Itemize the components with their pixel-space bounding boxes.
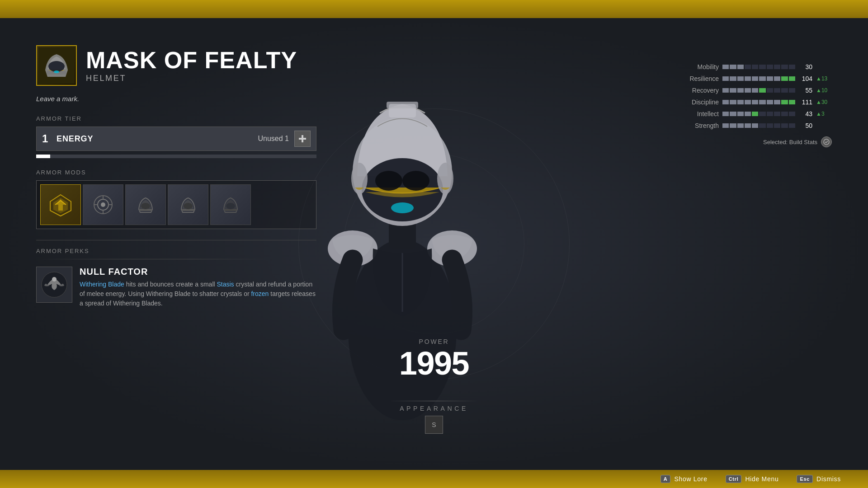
seg <box>722 112 729 116</box>
svg-point-17 <box>54 70 59 73</box>
seg <box>789 76 795 81</box>
energy-bar-container: 1 ENERGY Unused 1 <box>36 127 316 151</box>
mod-slot-1[interactable] <box>40 184 81 225</box>
stat-row-discipline: Discipline 111 ▲30 <box>678 99 832 106</box>
stat-row-resilience: Resilience 104 ▲13 <box>678 75 832 82</box>
item-title-group: MASK OF FEALTY HELMET <box>86 48 297 83</box>
key-a: A <box>660 475 671 483</box>
seg <box>745 112 751 116</box>
mod-slot-5[interactable] <box>210 184 251 225</box>
armor-perks-section: ARMOR PERKS NULL FACTOR <box>36 240 316 308</box>
seg <box>752 100 758 104</box>
bottom-action-show-lore[interactable]: A Show Lore <box>660 475 708 483</box>
energy-tier-num: 1 <box>42 132 51 145</box>
seg <box>774 76 780 81</box>
mod-slot-3[interactable] <box>125 184 166 225</box>
perk-icon-null-factor <box>36 267 72 303</box>
stat-bar-recovery <box>722 88 795 93</box>
stat-bar-resilience <box>722 76 795 81</box>
stat-value-intellect: 43 <box>799 110 812 117</box>
power-display: POWER 1995 <box>399 338 469 380</box>
top-bar <box>0 0 868 18</box>
perk-item-null-factor: NULL FACTOR Withering Blade hits and bou… <box>36 267 316 308</box>
seg <box>781 88 788 93</box>
item-icon-svg <box>38 47 75 84</box>
stat-value-recovery: 55 <box>799 87 812 94</box>
bottom-bar: A Show Lore Ctrl Hide Menu Esc Dismiss <box>0 470 868 488</box>
seg <box>781 65 788 69</box>
seg <box>759 112 765 116</box>
mod-icon-4 <box>175 191 202 218</box>
seg <box>722 100 729 104</box>
energy-unused: Unused 1 <box>258 135 289 143</box>
stat-name-recovery: Recovery <box>678 87 719 94</box>
selected-build-stats: Selected: Build Stats <box>678 136 832 147</box>
appearance-icon[interactable]: S <box>425 416 443 434</box>
stat-row-recovery: Recovery 55 ▲10 <box>678 87 832 94</box>
perks-separator <box>36 259 271 259</box>
seg <box>759 100 765 104</box>
main-background: MASK OF FEALTY HELMET Leave a mark. ARMO… <box>0 18 868 470</box>
svg-point-6 <box>391 202 414 213</box>
seg <box>767 123 773 128</box>
stat-value-mobility: 30 <box>799 63 812 70</box>
stat-row-mobility: Mobility 30 <box>678 63 832 70</box>
seg <box>759 123 765 128</box>
bottom-action-dismiss[interactable]: Esc Dismiss <box>797 475 841 483</box>
mod-1-svg <box>48 192 73 217</box>
seg <box>774 112 780 116</box>
perk-desc-1: hits and bounces create a small <box>124 281 217 288</box>
seg <box>722 76 729 81</box>
seg <box>781 100 788 104</box>
mod-2-svg <box>92 193 114 216</box>
mod-icon-5 <box>217 191 244 218</box>
svg-point-24 <box>101 202 105 207</box>
seg <box>737 88 744 93</box>
key-ctrl: Ctrl <box>726 475 742 483</box>
perk-link-frozen: frozen <box>251 290 269 297</box>
perk-link-withering: Withering Blade <box>80 281 124 288</box>
svg-point-8 <box>402 171 429 191</box>
stat-bar-strength <box>722 123 795 128</box>
power-value: 1995 <box>399 347 469 380</box>
energy-icon-button[interactable] <box>294 131 311 147</box>
armor-mods-label: ARMOR MODS <box>36 169 316 176</box>
stat-name-discipline: Discipline <box>678 99 719 106</box>
seg <box>767 112 773 116</box>
seg <box>781 123 788 128</box>
mods-grid <box>36 180 316 229</box>
mod-5-svg <box>219 193 242 216</box>
power-label: POWER <box>399 338 469 345</box>
seg <box>767 65 773 69</box>
seg <box>730 76 736 81</box>
key-esc: Esc <box>797 475 813 483</box>
svg-point-16 <box>48 61 65 72</box>
seg <box>774 123 780 128</box>
seg <box>752 123 758 128</box>
seg <box>789 112 795 116</box>
seg <box>789 88 795 93</box>
stat-value-resilience: 104 <box>799 75 812 82</box>
left-panel: MASK OF FEALTY HELMET Leave a mark. ARMO… <box>36 45 316 308</box>
seg <box>745 100 751 104</box>
seg <box>745 88 751 93</box>
seg <box>752 65 758 69</box>
seg <box>767 88 773 93</box>
mod-icon-1 <box>47 191 74 218</box>
bottom-action-hide-menu[interactable]: Ctrl Hide Menu <box>726 475 779 483</box>
mod-icon-3 <box>132 191 159 218</box>
stat-value-strength: 50 <box>799 122 812 129</box>
seg <box>774 100 780 104</box>
show-lore-label: Show Lore <box>674 475 707 483</box>
svg-point-30 <box>141 203 150 209</box>
mod-icon-2 <box>90 191 117 218</box>
seg <box>730 65 736 69</box>
mod-slot-2[interactable] <box>83 184 123 225</box>
armor-mods-section: ARMOR MODS <box>36 169 316 229</box>
stat-row-intellect: Intellect 43 ▲3 <box>678 110 832 117</box>
mod-slot-4[interactable] <box>168 184 208 225</box>
item-flavor: Leave a mark. <box>36 95 316 103</box>
seg <box>737 123 744 128</box>
stat-name-resilience: Resilience <box>678 75 719 82</box>
perk-svg <box>41 271 68 298</box>
